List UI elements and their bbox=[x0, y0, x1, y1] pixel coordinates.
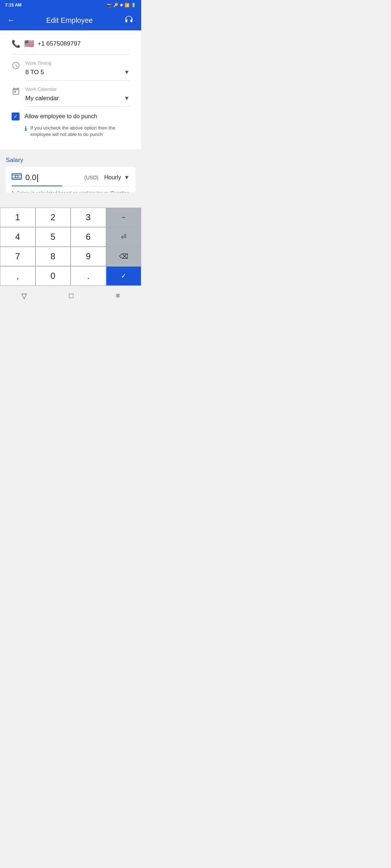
keyboard-row-3: 7 8 9 ⌫ bbox=[0, 247, 141, 266]
salary-type-value: Hourly bbox=[104, 174, 121, 181]
key-minus[interactable]: − bbox=[106, 208, 142, 227]
key-1[interactable]: 1 bbox=[0, 208, 35, 227]
work-calendar-section: Work Calendar My calendar ▼ bbox=[6, 81, 135, 107]
salary-currency: (USD) bbox=[84, 175, 98, 180]
salary-icon bbox=[12, 173, 22, 183]
salary-info-icon: ℹ bbox=[12, 190, 14, 192]
work-timing-content: Work Timing 8 TO 5 ▼ bbox=[25, 60, 130, 81]
country-flag: 🇺🇸 bbox=[24, 39, 34, 48]
salary-title: Salary bbox=[6, 157, 135, 164]
app-bar: ← Edit Employee bbox=[0, 10, 141, 30]
key-confirm[interactable]: ✓ bbox=[106, 266, 142, 286]
back-button[interactable]: ← bbox=[6, 14, 17, 26]
key-5[interactable]: 5 bbox=[35, 227, 71, 247]
battery-icon: 🔋 bbox=[131, 3, 136, 8]
phone-row: 📞 🇺🇸 +1 6575089797 bbox=[6, 36, 135, 54]
calendar-icon bbox=[12, 87, 20, 98]
key-6[interactable]: 6 bbox=[71, 227, 106, 247]
key-0[interactable]: 0 bbox=[35, 266, 71, 286]
key-8[interactable]: 8 bbox=[35, 247, 71, 266]
punch-checkbox-label: Allow employee to do punch bbox=[25, 113, 97, 120]
keyboard-row-4: , 0 . ✓ bbox=[0, 266, 141, 286]
key-9[interactable]: 9 bbox=[71, 247, 106, 266]
salary-underline-active bbox=[12, 186, 62, 186]
headset-icon bbox=[124, 16, 134, 25]
nav-back-button[interactable]: ▽ bbox=[14, 289, 34, 303]
key-dot[interactable]: . bbox=[71, 266, 106, 286]
status-icons: 📷 🔑 ✱ 📶 🔋 bbox=[107, 3, 136, 8]
nav-home-button[interactable]: □ bbox=[62, 289, 81, 303]
key-backspace[interactable]: ⌫ bbox=[106, 247, 142, 266]
headset-button[interactable] bbox=[122, 14, 135, 27]
punch-checkbox-row[interactable]: ✓ Allow employee to do punch bbox=[6, 107, 135, 123]
work-timing-label: Work Timing bbox=[25, 60, 130, 66]
status-bar: 7:15 AM 📷 🔑 ✱ 📶 🔋 bbox=[0, 0, 141, 10]
work-calendar-content: Work Calendar My calendar ▼ bbox=[25, 86, 130, 107]
key-7[interactable]: 7 bbox=[0, 247, 35, 266]
numeric-keyboard: 1 2 3 − 4 5 6 ⏎ 7 8 9 ⌫ , 0 . ✓ bbox=[0, 208, 141, 286]
nav-bar: ▽ □ ≡ bbox=[0, 286, 141, 305]
svg-rect-0 bbox=[12, 174, 21, 179]
scroll-area: 📞 🇺🇸 +1 6575089797 Work Timing 8 TO 5 ▼ bbox=[0, 30, 141, 192]
phone-card: 📞 🇺🇸 +1 6575089797 Work Timing 8 TO 5 ▼ bbox=[0, 30, 141, 149]
salary-info-row: ℹ Salary is calculated based on working … bbox=[12, 190, 130, 192]
bluetooth-icon: ✱ bbox=[120, 3, 123, 8]
work-calendar-value: My calendar bbox=[25, 95, 59, 102]
salary-section: Salary 0.0 (USD) Hourly ▼ bbox=[0, 152, 141, 192]
salary-type-arrow: ▼ bbox=[124, 174, 130, 181]
key-enter[interactable]: ⏎ bbox=[106, 227, 142, 247]
work-timing-section: Work Timing 8 TO 5 ▼ bbox=[6, 55, 135, 81]
work-calendar-value-row[interactable]: My calendar ▼ bbox=[25, 95, 130, 107]
svg-point-1 bbox=[15, 175, 18, 178]
phone-icon: 📞 bbox=[12, 39, 21, 48]
page-title: Edit Employee bbox=[17, 16, 122, 25]
work-timing-value: 8 TO 5 bbox=[25, 69, 44, 76]
salary-card: 0.0 (USD) Hourly ▼ ℹ Salary is calculate… bbox=[6, 167, 135, 192]
nav-menu-button[interactable]: ≡ bbox=[109, 289, 127, 303]
work-calendar-label: Work Calendar bbox=[25, 86, 130, 92]
phone-number: +1 6575089797 bbox=[38, 40, 81, 47]
wifi-icon: 📶 bbox=[125, 3, 130, 8]
work-timing-dropdown-arrow: ▼ bbox=[124, 69, 130, 76]
checkbox-check-icon: ✓ bbox=[13, 114, 18, 119]
text-cursor bbox=[37, 174, 38, 182]
key-3[interactable]: 3 bbox=[71, 208, 106, 227]
punch-info-icon: ℹ bbox=[25, 125, 27, 133]
salary-type-dropdown[interactable]: Hourly ▼ bbox=[104, 174, 130, 181]
keyboard-row-1: 1 2 3 − bbox=[0, 208, 141, 227]
salary-amount-field[interactable]: 0.0 bbox=[25, 173, 81, 182]
work-calendar-dropdown-arrow: ▼ bbox=[124, 95, 130, 102]
salary-underline-inactive bbox=[62, 186, 130, 186]
clock-icon bbox=[12, 61, 20, 72]
punch-info-text: If you uncheck the above option then the… bbox=[30, 125, 130, 138]
status-time: 7:15 AM bbox=[5, 3, 22, 8]
salary-underline bbox=[12, 186, 130, 186]
keyboard-row-2: 4 5 6 ⏎ bbox=[0, 227, 141, 247]
punch-info-row: ℹ If you uncheck the above option then t… bbox=[6, 123, 135, 144]
key-2[interactable]: 2 bbox=[35, 208, 71, 227]
salary-input-row: 0.0 (USD) Hourly ▼ bbox=[12, 173, 130, 183]
key-comma[interactable]: , bbox=[0, 266, 35, 286]
salary-info-text: Salary is calculated based on working ho… bbox=[17, 190, 130, 192]
camera-icon: 📷 bbox=[107, 3, 112, 8]
work-timing-value-row[interactable]: 8 TO 5 ▼ bbox=[25, 69, 130, 81]
punch-checkbox[interactable]: ✓ bbox=[12, 112, 20, 120]
key-icon: 🔑 bbox=[113, 3, 118, 8]
key-4[interactable]: 4 bbox=[0, 227, 35, 247]
